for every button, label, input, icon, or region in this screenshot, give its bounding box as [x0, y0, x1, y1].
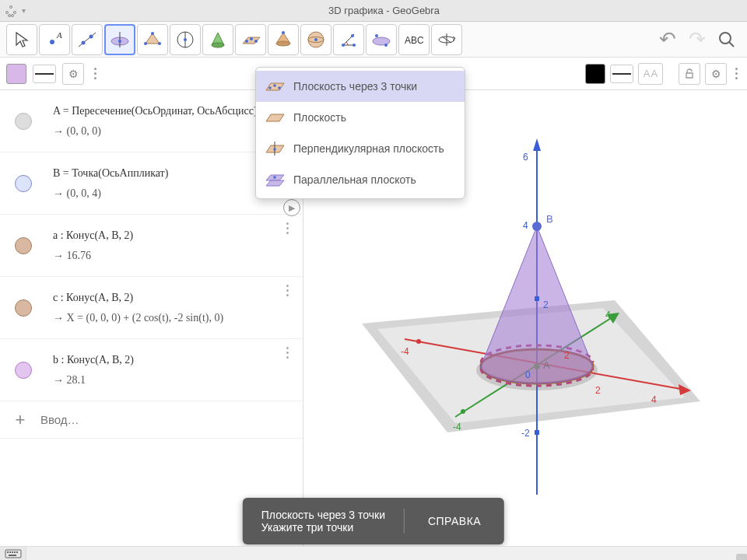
row-menu-button[interactable] — [276, 222, 298, 234]
svg-point-71 — [278, 86, 281, 89]
tool-tooltip: Плоскость через 3 точки Укажите три точк… — [243, 498, 504, 544]
algebra-settings-button[interactable]: ⚙ — [62, 63, 84, 85]
svg-rect-80 — [16, 551, 18, 553]
window-title: 3D графика - GeoGebra — [26, 5, 742, 16]
line-tool[interactable] — [72, 24, 103, 55]
svg-point-16 — [144, 42, 147, 45]
search-button[interactable] — [713, 26, 741, 54]
graphics-color-swatch[interactable] — [585, 64, 605, 84]
plane-icon — [264, 109, 286, 126]
svg-point-1 — [6, 11, 9, 13]
sphere-tool[interactable] — [300, 24, 331, 55]
svg-text:6: 6 — [523, 152, 528, 163]
svg-rect-75 — [5, 550, 21, 558]
algebra-more-button[interactable] — [90, 68, 100, 79]
algebra-row[interactable]: c : Конус(A, B, 2)→ X = (0, 0, 0) + (2 c… — [0, 277, 303, 339]
perp-plane-icon — [264, 140, 286, 157]
algebra-row[interactable]: b : Конус(A, B, 2)→ 28.1 — [0, 339, 303, 401]
app-icon — [5, 5, 17, 17]
point-b-label: B — [546, 213, 553, 225]
svg-point-22 — [250, 37, 253, 40]
bottom-bar — [0, 546, 747, 560]
pyramid-tool[interactable] — [268, 24, 299, 55]
polygon-tool[interactable] — [137, 24, 168, 55]
svg-marker-45 — [533, 138, 541, 151]
point-a-label: A — [543, 359, 550, 371]
dropdown-label: Плоскость — [293, 111, 346, 124]
undo-button[interactable]: ↶ — [654, 26, 682, 54]
angle-tool[interactable] — [333, 24, 364, 55]
row-menu-button[interactable] — [276, 285, 298, 296]
svg-point-23 — [254, 40, 258, 43]
help-button[interactable]: СПРАВКА — [405, 515, 504, 527]
add-icon: + — [0, 410, 40, 430]
svg-rect-68 — [535, 296, 539, 301]
intersect-surfaces-tool[interactable] — [202, 24, 233, 55]
svg-point-3 — [9, 14, 11, 16]
fill-color-swatch[interactable] — [6, 64, 26, 84]
graphics-more-button[interactable] — [731, 68, 741, 79]
svg-point-33 — [375, 34, 378, 37]
plane-tool[interactable] — [235, 24, 266, 55]
keyboard-icon[interactable] — [0, 547, 26, 561]
svg-point-51 — [461, 409, 465, 414]
svg-point-12 — [118, 40, 121, 43]
svg-rect-76 — [7, 551, 9, 553]
svg-point-5 — [50, 40, 54, 44]
dropdown-label: Перпендикулярная плоскость — [293, 142, 444, 155]
svg-point-20 — [212, 43, 224, 47]
svg-point-70 — [273, 84, 276, 87]
dropdown-item-perpendicular-plane[interactable]: Перпендикулярная плоскость — [256, 133, 465, 164]
rotate-view-tool[interactable] — [431, 24, 462, 55]
svg-point-30 — [351, 34, 354, 37]
label-style-button[interactable]: A A — [638, 63, 663, 85]
dropdown-item-plane[interactable]: Плоскость — [256, 102, 465, 133]
tooltip-title: Плоскость через 3 точки — [261, 509, 385, 521]
plane-3points-icon — [264, 78, 286, 95]
parallel-plane-icon — [264, 171, 286, 188]
svg-point-25 — [282, 31, 285, 34]
svg-text:ABC: ABC — [405, 35, 424, 46]
svg-point-29 — [342, 44, 345, 47]
object-definition: a : Конус(A, B, 2) — [53, 229, 296, 242]
move-tool[interactable] — [6, 24, 37, 55]
row-menu-button[interactable] — [276, 347, 298, 359]
graphics-settings-button[interactable]: ⚙ — [705, 63, 727, 85]
svg-point-74 — [273, 176, 276, 179]
svg-text:2: 2 — [564, 350, 570, 361]
svg-text:2: 2 — [595, 385, 601, 396]
dropdown-item-plane-3-points[interactable]: Плоскость через 3 точки — [256, 71, 465, 102]
svg-point-2 — [14, 11, 16, 13]
plane-tool-dropdown: Плоскость через 3 точки Плоскость Перпен… — [255, 67, 465, 199]
play-button[interactable]: ▶ — [283, 199, 300, 216]
reflect-tool[interactable] — [366, 24, 397, 55]
titlebar: ▾ 3D графика - GeoGebra — [0, 0, 747, 22]
lock-button[interactable] — [679, 63, 700, 85]
line-style-button[interactable] — [33, 65, 56, 83]
perpendicular-line-tool[interactable] — [104, 24, 135, 55]
svg-rect-78 — [12, 551, 13, 553]
dropdown-label: Плоскость через 3 точки — [293, 80, 417, 93]
object-value: → 16.76 — [53, 250, 296, 262]
svg-text:-4: -4 — [401, 346, 409, 357]
svg-point-69 — [268, 86, 272, 89]
svg-text:2: 2 — [543, 299, 549, 310]
svg-rect-77 — [9, 551, 11, 553]
algebra-input-row[interactable]: + — [0, 401, 303, 439]
svg-text:4: 4 — [523, 220, 528, 231]
circle-tool[interactable] — [170, 24, 201, 55]
svg-point-28 — [314, 38, 317, 41]
graphics-line-style[interactable] — [610, 65, 633, 83]
text-tool[interactable]: ABC — [398, 24, 430, 55]
dropdown-item-parallel-plane[interactable]: Параллельная плоскоть — [256, 164, 465, 195]
algebra-input[interactable] — [40, 413, 303, 426]
algebra-row[interactable]: a : Конус(A, B, 2)→ 16.76 — [0, 215, 303, 277]
svg-point-53 — [534, 363, 540, 369]
svg-point-37 — [720, 33, 731, 44]
svg-point-4 — [12, 14, 14, 16]
svg-point-19 — [184, 38, 187, 41]
svg-rect-81 — [9, 555, 16, 556]
point-tool[interactable]: A — [39, 24, 70, 55]
tooltip-hint: Укажите три точки — [261, 521, 385, 534]
redo-button[interactable]: ↷ — [683, 26, 711, 54]
